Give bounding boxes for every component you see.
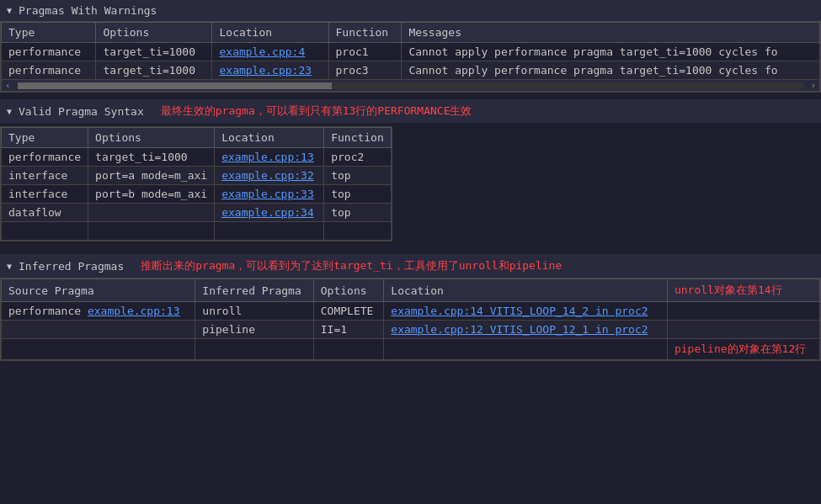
inferred-section: ▼ Inferred Pragmas 推断出来的pragma，可以看到为了达到t… (0, 254, 821, 361)
valid-row5-location (215, 222, 324, 241)
warnings-col-options: Options (96, 23, 212, 43)
valid-row1-options: target_ti=1000 (88, 148, 215, 167)
pipeline-label: pipeline的对象在第12行 (674, 342, 806, 355)
valid-row3-function: top (324, 185, 392, 204)
valid-row2-type: interface (2, 167, 88, 185)
valid-row3-location-link[interactable]: example.cpp:33 (221, 188, 314, 200)
scrollbar-track (18, 82, 804, 89)
warnings-row2-type: performance (2, 61, 96, 80)
valid-row2-location-link[interactable]: example.cpp:32 (221, 169, 314, 182)
valid-row2-function: top (324, 167, 392, 185)
valid-row3-options: port=b mode=m_axi (88, 185, 215, 204)
warnings-row2-location: example.cpp:23 (212, 61, 328, 80)
warnings-arrow: ▼ (7, 6, 12, 15)
inferred-header[interactable]: ▼ Inferred Pragmas 推断出来的pragma，可以看到为了达到t… (0, 254, 821, 278)
warnings-row2-message: Cannot apply performance pragma target_t… (402, 61, 820, 80)
warnings-col-location: Location (212, 23, 328, 43)
warnings-title: Pragmas With Warnings (19, 4, 157, 17)
valid-col-function: Function (324, 128, 392, 148)
table-row: interface port=a mode=m_axi example.cpp:… (2, 167, 392, 185)
valid-table-container: Type Options Location Function performan… (0, 123, 821, 247)
valid-header-row: Type Options Location Function (2, 128, 392, 148)
warnings-row1-type: performance (2, 43, 96, 61)
inferred-annotation: 推断出来的pragma，可以看到为了达到target_ti，工具使用了unrol… (141, 258, 562, 273)
inferred-row2-location: example.cpp:12 VITIS_LOOP_12_1 in proc2 (384, 321, 668, 339)
valid-header[interactable]: ▼ Valid Pragma Syntax 最终生效的pragma，可以看到只有… (0, 99, 821, 123)
warnings-header-row: Type Options Location Function Messages (2, 23, 820, 43)
table-row: performance target_ti=1000 example.cpp:2… (2, 61, 820, 80)
inferred-table-wrapper: Source Pragma Inferred Pragma Options Lo… (0, 278, 821, 361)
valid-row5-function (324, 222, 392, 241)
warnings-table-wrapper: Type Options Location Function Messages … (0, 21, 821, 93)
inferred-header-row: Source Pragma Inferred Pragma Options Lo… (2, 279, 820, 302)
inferred-row1-location-link[interactable]: example.cpp:14 VITIS_LOOP_14_2 in proc2 (391, 305, 648, 317)
table-row: dataflow example.cpp:34 top (2, 204, 392, 222)
valid-row5-type (2, 222, 88, 241)
inferred-row1-extra (667, 302, 819, 321)
valid-annotation: 最终生效的pragma，可以看到只有第13行的PERFORMANCE生效 (161, 103, 472, 119)
inferred-row3-inferred (195, 339, 313, 360)
inferred-row3-source (2, 339, 195, 360)
inferred-row2-source (2, 321, 195, 339)
inferred-row2-location-link[interactable]: example.cpp:12 VITIS_LOOP_12_1 in proc2 (391, 323, 648, 336)
valid-row1-location-link[interactable]: example.cpp:13 (221, 151, 314, 163)
valid-row1-type: performance (2, 148, 88, 167)
warnings-table: Type Options Location Function Messages … (1, 22, 820, 80)
scrollbar-thumb (18, 82, 333, 89)
valid-section: ▼ Valid Pragma Syntax 最终生效的pragma，可以看到只有… (0, 99, 821, 247)
valid-row4-options (88, 204, 215, 222)
warnings-row1-function: proc1 (328, 43, 402, 61)
warnings-header[interactable]: ▼ Pragmas With Warnings (0, 0, 821, 21)
table-row: interface port=b mode=m_axi example.cpp:… (2, 185, 392, 204)
inferred-table: Source Pragma Inferred Pragma Options Lo… (1, 279, 820, 360)
warnings-scrollbar[interactable]: ‹ › (1, 80, 820, 92)
inferred-title: Inferred Pragmas (19, 260, 124, 273)
valid-row2-options: port=a mode=m_axi (88, 167, 215, 185)
inferred-col-extra: unroll对象在第14行 (667, 279, 819, 302)
valid-row3-location: example.cpp:33 (215, 185, 324, 204)
scrollbar-right-arrow[interactable]: › (807, 80, 819, 91)
table-row: performance example.cpp:13 unroll COMPLE… (2, 302, 820, 321)
valid-col-type: Type (2, 128, 88, 148)
valid-row1-function: proc2 (324, 148, 392, 167)
valid-col-location: Location (215, 128, 324, 148)
inferred-col-location: Location (384, 279, 668, 302)
warnings-row1-location-link[interactable]: example.cpp:4 (219, 45, 305, 58)
inferred-col-options: Options (313, 279, 384, 302)
inferred-col-source: Source Pragma (2, 279, 195, 302)
inferred-row1-source-link[interactable]: example.cpp:13 (88, 305, 180, 317)
valid-table-wrapper: Type Options Location Function performan… (0, 126, 392, 241)
location-label: unroll对象在第14行 (674, 284, 782, 296)
warnings-col-type: Type (2, 23, 96, 43)
valid-row2-location: example.cpp:32 (215, 167, 324, 185)
inferred-col-inferred: Inferred Pragma (195, 279, 313, 302)
scrollbar-left-arrow[interactable]: ‹ (2, 80, 14, 91)
valid-row5-options (88, 222, 215, 241)
inferred-row1-options: COMPLETE (313, 302, 384, 321)
warnings-row1-location: example.cpp:4 (212, 43, 328, 61)
table-row: performance target_ti=1000 example.cpp:4… (2, 43, 820, 61)
table-row: performance target_ti=1000 example.cpp:1… (2, 148, 392, 167)
inferred-row2-inferred: pipeline (195, 321, 313, 339)
warnings-section: ▼ Pragmas With Warnings Type Options Loc… (0, 0, 821, 93)
valid-row4-type: dataflow (2, 204, 88, 222)
inferred-row1-source: performance example.cpp:13 (2, 302, 195, 321)
warnings-row1-message: Cannot apply performance pragma target_t… (402, 43, 820, 61)
warnings-row1-options: target_ti=1000 (96, 43, 212, 61)
valid-col-options: Options (88, 128, 215, 148)
table-row: pipeline II=1 example.cpp:12 VITIS_LOOP_… (2, 321, 820, 339)
valid-title: Valid Pragma Syntax (19, 105, 144, 118)
inferred-row2-extra (667, 321, 819, 339)
inferred-row3-location (384, 339, 668, 360)
inferred-arrow: ▼ (7, 262, 12, 271)
inferred-row1-inferred: unroll (195, 302, 313, 321)
inferred-row2-options: II=1 (313, 321, 384, 339)
valid-row4-location-link[interactable]: example.cpp:34 (221, 206, 314, 219)
warnings-col-messages: Messages (402, 23, 820, 43)
warnings-row2-options: target_ti=1000 (96, 61, 212, 80)
valid-row3-type: interface (2, 185, 88, 204)
valid-arrow: ▼ (7, 107, 12, 116)
inferred-row3-options (313, 339, 384, 360)
warnings-row2-function: proc3 (328, 61, 402, 80)
warnings-row2-location-link[interactable]: example.cpp:23 (219, 64, 312, 77)
